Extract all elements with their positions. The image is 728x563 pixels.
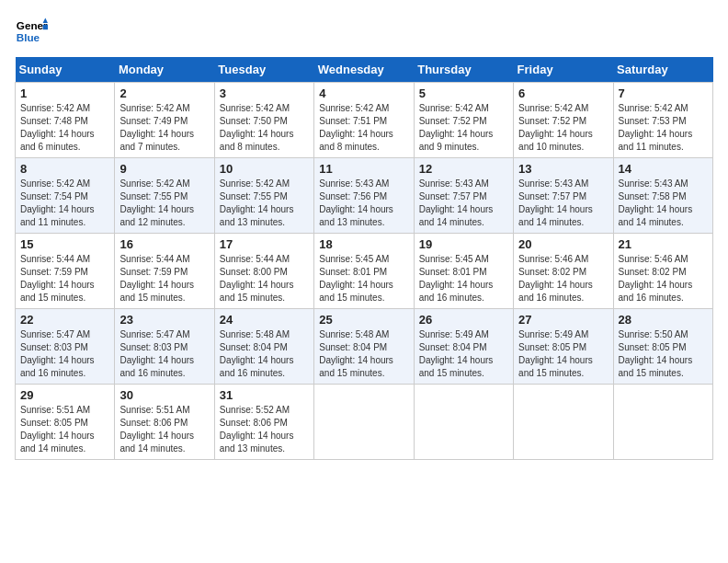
cell-info: Sunrise: 5:45 AM Sunset: 8:01 PM Dayligh… — [419, 253, 508, 304]
calendar-cell: 24 Sunrise: 5:48 AM Sunset: 8:04 PM Dayl… — [214, 309, 313, 385]
calendar-cell: 10 Sunrise: 5:42 AM Sunset: 7:55 PM Dayl… — [214, 158, 313, 234]
cell-info: Sunrise: 5:43 AM Sunset: 7:57 PM Dayligh… — [518, 178, 608, 229]
day-header-sunday: Sunday — [16, 57, 115, 83]
cell-info: Sunrise: 5:42 AM Sunset: 7:51 PM Dayligh… — [319, 102, 408, 154]
cell-day-number: 8 — [20, 162, 109, 176]
calendar-cell: 5 Sunrise: 5:42 AM Sunset: 7:52 PM Dayli… — [414, 83, 513, 158]
calendar-cell: 28 Sunrise: 5:50 AM Sunset: 8:05 PM Dayl… — [613, 309, 712, 385]
calendar-cell — [514, 385, 613, 460]
calendar-cell: 12 Sunrise: 5:43 AM Sunset: 7:57 PM Dayl… — [414, 158, 513, 234]
cell-day-number: 28 — [619, 313, 708, 327]
cell-day-number: 17 — [220, 237, 309, 251]
calendar-cell: 7 Sunrise: 5:42 AM Sunset: 7:53 PM Dayli… — [613, 83, 712, 158]
cell-day-number: 26 — [419, 313, 508, 327]
day-header-friday: Friday — [514, 57, 613, 83]
logo-icon: General Blue — [15, 15, 48, 48]
calendar-cell: 4 Sunrise: 5:42 AM Sunset: 7:51 PM Dayli… — [314, 83, 414, 158]
cell-info: Sunrise: 5:43 AM Sunset: 7:56 PM Dayligh… — [319, 178, 408, 229]
cell-day-number: 2 — [119, 86, 209, 100]
calendar-cell — [314, 385, 414, 460]
calendar-cell: 18 Sunrise: 5:45 AM Sunset: 8:01 PM Dayl… — [314, 234, 414, 309]
cell-day-number: 6 — [518, 86, 608, 100]
cell-day-number: 15 — [20, 237, 109, 251]
cell-info: Sunrise: 5:42 AM Sunset: 7:53 PM Dayligh… — [619, 102, 708, 154]
cell-day-number: 10 — [220, 162, 309, 176]
cell-day-number: 29 — [20, 388, 109, 402]
calendar-cell: 13 Sunrise: 5:43 AM Sunset: 7:57 PM Dayl… — [514, 158, 613, 234]
calendar-cell: 30 Sunrise: 5:51 AM Sunset: 8:06 PM Dayl… — [115, 385, 214, 460]
calendar-cell: 20 Sunrise: 5:46 AM Sunset: 8:02 PM Dayl… — [514, 234, 613, 309]
cell-info: Sunrise: 5:42 AM Sunset: 7:50 PM Dayligh… — [220, 102, 309, 154]
cell-info: Sunrise: 5:42 AM Sunset: 7:55 PM Dayligh… — [119, 178, 209, 229]
calendar-cell: 26 Sunrise: 5:49 AM Sunset: 8:04 PM Dayl… — [414, 309, 513, 385]
cell-day-number: 19 — [419, 237, 508, 251]
calendar-cell: 19 Sunrise: 5:45 AM Sunset: 8:01 PM Dayl… — [414, 234, 513, 309]
cell-day-number: 20 — [518, 237, 608, 251]
cell-day-number: 30 — [119, 388, 209, 402]
svg-marker-3 — [43, 25, 48, 29]
cell-info: Sunrise: 5:48 AM Sunset: 8:04 PM Dayligh… — [220, 328, 309, 380]
cell-day-number: 5 — [419, 86, 508, 100]
cell-info: Sunrise: 5:49 AM Sunset: 8:04 PM Dayligh… — [419, 328, 508, 380]
cell-day-number: 23 — [119, 313, 209, 327]
cell-info: Sunrise: 5:42 AM Sunset: 7:48 PM Dayligh… — [20, 102, 109, 154]
cell-info: Sunrise: 5:52 AM Sunset: 8:06 PM Dayligh… — [220, 404, 309, 455]
cell-info: Sunrise: 5:50 AM Sunset: 8:05 PM Dayligh… — [619, 328, 708, 380]
cell-day-number: 9 — [119, 162, 209, 176]
cell-info: Sunrise: 5:42 AM Sunset: 7:55 PM Dayligh… — [220, 178, 309, 229]
day-header-monday: Monday — [115, 57, 214, 83]
cell-day-number: 25 — [319, 313, 408, 327]
cell-day-number: 24 — [220, 313, 309, 327]
calendar-cell: 2 Sunrise: 5:42 AM Sunset: 7:49 PM Dayli… — [115, 83, 214, 158]
cell-day-number: 22 — [20, 313, 109, 327]
cell-info: Sunrise: 5:45 AM Sunset: 8:01 PM Dayligh… — [319, 253, 408, 304]
cell-info: Sunrise: 5:44 AM Sunset: 8:00 PM Dayligh… — [220, 253, 309, 304]
cell-day-number: 21 — [619, 237, 708, 251]
cell-info: Sunrise: 5:42 AM Sunset: 7:49 PM Dayligh… — [119, 102, 209, 154]
calendar-cell: 27 Sunrise: 5:49 AM Sunset: 8:05 PM Dayl… — [514, 309, 613, 385]
cell-day-number: 12 — [419, 162, 508, 176]
calendar-cell: 22 Sunrise: 5:47 AM Sunset: 8:03 PM Dayl… — [16, 309, 115, 385]
cell-info: Sunrise: 5:43 AM Sunset: 7:57 PM Dayligh… — [419, 178, 508, 229]
day-header-wednesday: Wednesday — [314, 57, 414, 83]
cell-day-number: 11 — [319, 162, 408, 176]
cell-day-number: 3 — [220, 86, 309, 100]
logo: General Blue — [15, 15, 48, 48]
calendar-cell: 16 Sunrise: 5:44 AM Sunset: 7:59 PM Dayl… — [115, 234, 214, 309]
cell-info: Sunrise: 5:44 AM Sunset: 7:59 PM Dayligh… — [20, 253, 109, 304]
calendar-cell: 17 Sunrise: 5:44 AM Sunset: 8:00 PM Dayl… — [214, 234, 313, 309]
day-header-tuesday: Tuesday — [214, 57, 313, 83]
calendar-cell: 9 Sunrise: 5:42 AM Sunset: 7:55 PM Dayli… — [115, 158, 214, 234]
calendar-cell: 29 Sunrise: 5:51 AM Sunset: 8:05 PM Dayl… — [16, 385, 115, 460]
calendar-cell: 14 Sunrise: 5:43 AM Sunset: 7:58 PM Dayl… — [613, 158, 712, 234]
calendar-cell: 3 Sunrise: 5:42 AM Sunset: 7:50 PM Dayli… — [214, 83, 313, 158]
cell-info: Sunrise: 5:48 AM Sunset: 8:04 PM Dayligh… — [319, 328, 408, 380]
cell-day-number: 16 — [119, 237, 209, 251]
calendar-table: SundayMondayTuesdayWednesdayThursdayFrid… — [15, 57, 713, 460]
cell-day-number: 1 — [20, 86, 109, 100]
cell-info: Sunrise: 5:46 AM Sunset: 8:02 PM Dayligh… — [518, 253, 608, 304]
cell-info: Sunrise: 5:47 AM Sunset: 8:03 PM Dayligh… — [20, 328, 109, 380]
cell-day-number: 13 — [518, 162, 608, 176]
calendar-cell: 25 Sunrise: 5:48 AM Sunset: 8:04 PM Dayl… — [314, 309, 414, 385]
day-header-saturday: Saturday — [613, 57, 712, 83]
cell-info: Sunrise: 5:42 AM Sunset: 7:52 PM Dayligh… — [419, 102, 508, 154]
cell-day-number: 14 — [619, 162, 708, 176]
day-header-thursday: Thursday — [414, 57, 513, 83]
calendar-cell: 31 Sunrise: 5:52 AM Sunset: 8:06 PM Dayl… — [214, 385, 313, 460]
calendar-cell: 6 Sunrise: 5:42 AM Sunset: 7:52 PM Dayli… — [514, 83, 613, 158]
cell-info: Sunrise: 5:42 AM Sunset: 7:52 PM Dayligh… — [518, 102, 608, 154]
cell-day-number: 27 — [518, 313, 608, 327]
cell-day-number: 18 — [319, 237, 408, 251]
cell-info: Sunrise: 5:49 AM Sunset: 8:05 PM Dayligh… — [518, 328, 608, 380]
cell-info: Sunrise: 5:43 AM Sunset: 7:58 PM Dayligh… — [619, 178, 708, 229]
calendar-cell: 8 Sunrise: 5:42 AM Sunset: 7:54 PM Dayli… — [16, 158, 115, 234]
cell-day-number: 4 — [319, 86, 408, 100]
calendar-cell — [613, 385, 712, 460]
calendar-cell: 23 Sunrise: 5:47 AM Sunset: 8:03 PM Dayl… — [115, 309, 214, 385]
calendar-cell: 15 Sunrise: 5:44 AM Sunset: 7:59 PM Dayl… — [16, 234, 115, 309]
page-header: General Blue — [15, 15, 713, 48]
calendar-cell: 21 Sunrise: 5:46 AM Sunset: 8:02 PM Dayl… — [613, 234, 712, 309]
calendar-cell: 11 Sunrise: 5:43 AM Sunset: 7:56 PM Dayl… — [314, 158, 414, 234]
cell-info: Sunrise: 5:42 AM Sunset: 7:54 PM Dayligh… — [20, 178, 109, 229]
